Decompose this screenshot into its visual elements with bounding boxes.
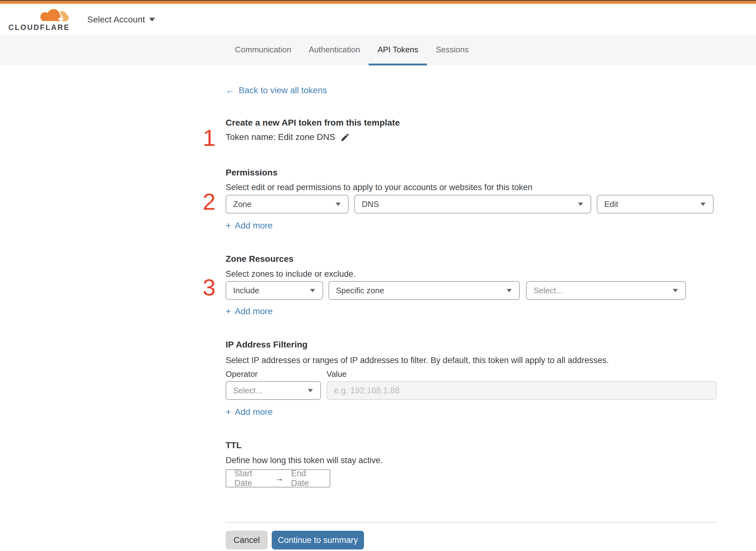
add-more-label: Add more (235, 307, 273, 316)
chevron-down-icon (578, 202, 583, 206)
chevron-down-icon (335, 202, 340, 206)
zone-select-placeholder: Select... (534, 286, 563, 296)
ip-filtering-add-more-link[interactable]: + Add more (226, 407, 273, 417)
operator-label: Operator (226, 369, 258, 379)
permission-resource-value: DNS (362, 199, 379, 209)
permission-scope-value: Zone (233, 199, 251, 209)
zone-operator-select[interactable]: Include (226, 281, 323, 300)
ttl-date-range-picker[interactable]: Start Date → End Date (226, 469, 330, 487)
permission-resource-select[interactable]: DNS (354, 195, 591, 213)
permissions-add-more-link[interactable]: + Add more (226, 221, 273, 230)
step-2-number: 2 (198, 190, 220, 213)
value-label: Value (326, 369, 347, 379)
permission-scope-select[interactable]: Zone (226, 195, 349, 213)
tab-communication[interactable]: Communication (226, 36, 300, 65)
footer-divider (226, 522, 718, 523)
chevron-down-icon (310, 289, 315, 292)
continue-to-summary-button[interactable]: Continue to summary (272, 531, 364, 549)
token-name-row: Token name: Edit zone DNS (226, 132, 350, 142)
brand-accent-bar (0, 1, 756, 4)
permission-access-select[interactable]: Edit (597, 195, 714, 213)
tab-authentication[interactable]: Authentication (300, 36, 369, 65)
back-link-label: Back to view all tokens (239, 85, 327, 95)
ip-operator-placeholder: Select... (233, 386, 262, 396)
zone-operator-value: Include (233, 286, 259, 296)
permissions-description: Select edit or read permissions to apply… (226, 183, 533, 192)
chevron-down-icon (308, 389, 313, 392)
zone-resources-title: Zone Resources (226, 254, 293, 264)
cloudflare-logo: CLOUDFLARE (8, 7, 71, 32)
zone-resources-add-more-link[interactable]: + Add more (226, 307, 273, 316)
header: CLOUDFLARE Select Account (0, 4, 756, 36)
zone-resources-description: Select zones to include or exclude. (226, 269, 355, 279)
chevron-down-icon (149, 18, 155, 21)
token-template-form: ← Back to view all tokens 1 Create a new… (226, 65, 718, 551)
step-3-number: 3 (198, 276, 220, 299)
back-link[interactable]: ← Back to view all tokens (226, 85, 327, 95)
token-name-label: Token name: Edit zone DNS (226, 132, 335, 142)
account-selector-label: Select Account (87, 15, 145, 25)
ip-operator-select[interactable]: Select... (226, 381, 321, 400)
ttl-title: TTL (226, 440, 241, 450)
tab-api-tokens[interactable]: API Tokens (368, 36, 427, 65)
account-selector[interactable]: Select Account (87, 4, 155, 36)
add-more-label: Add more (235, 407, 273, 417)
start-date-label: Start Date (234, 469, 267, 488)
zone-scope-type-select[interactable]: Specific zone (328, 281, 520, 300)
ip-filtering-title: IP Address Filtering (226, 340, 307, 350)
cloudflare-cloud-icon (38, 7, 69, 22)
chevron-down-icon (673, 289, 678, 292)
ip-filtering-description: Select IP addresses or ranges of IP addr… (226, 356, 609, 365)
step-1-number: 1 (198, 126, 220, 150)
zone-scope-type-value: Specific zone (336, 286, 384, 296)
chevron-down-icon (507, 289, 512, 292)
ip-value-input[interactable] (326, 381, 717, 400)
zone-select[interactable]: Select... (526, 281, 686, 300)
plus-icon: + (226, 221, 231, 230)
back-arrow-icon: ← (226, 85, 234, 95)
tab-sessions[interactable]: Sessions (427, 36, 478, 65)
cancel-button[interactable]: Cancel (226, 531, 268, 549)
permissions-title: Permissions (226, 168, 278, 178)
end-date-label: End Date (291, 469, 321, 488)
brand-wordmark: CLOUDFLARE (8, 23, 71, 32)
page-title: Create a new API token from this templat… (226, 118, 400, 128)
plus-icon: + (226, 307, 231, 316)
chevron-down-icon (701, 202, 706, 206)
tab-bar: Communication Authentication API Tokens … (0, 36, 756, 65)
arrow-right-icon: → (275, 473, 283, 483)
permission-access-value: Edit (604, 199, 618, 209)
plus-icon: + (226, 408, 231, 416)
ttl-description: Define how long this token will stay act… (226, 456, 383, 465)
edit-pencil-icon[interactable] (340, 132, 350, 142)
add-more-label: Add more (235, 221, 273, 230)
